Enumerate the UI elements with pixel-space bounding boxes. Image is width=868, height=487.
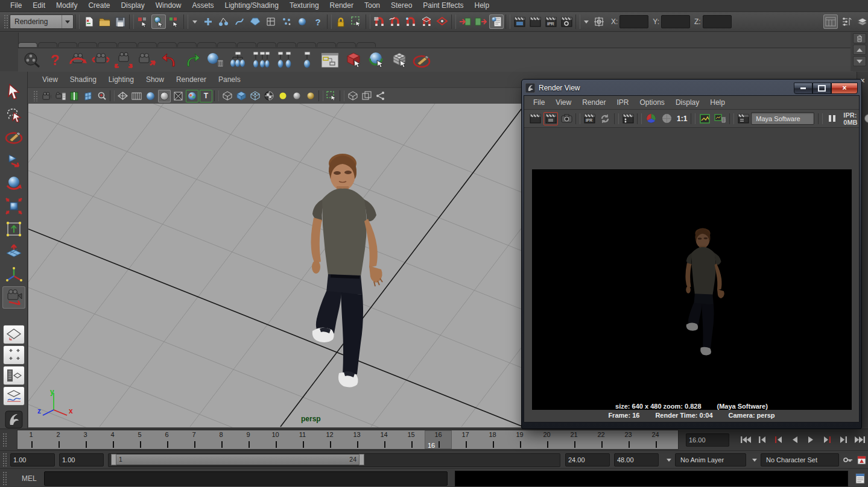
render-view-menu-item[interactable]: Options <box>635 98 670 107</box>
maximize-button[interactable] <box>813 83 831 94</box>
go-to-end-button[interactable] <box>852 433 868 447</box>
attribute-editor-icon[interactable] <box>823 14 838 29</box>
stop-render-icon[interactable] <box>862 112 868 125</box>
render-current-frame-icon[interactable] <box>528 14 542 29</box>
open-render-settings-icon[interactable] <box>736 112 750 125</box>
set-key-icon[interactable] <box>842 453 854 467</box>
node-tree-icon-b[interactable] <box>250 49 273 71</box>
timeline-frame[interactable]: 1616 <box>425 430 452 449</box>
cmdline-grip[interactable] <box>2 471 7 486</box>
select-poly-type-icon[interactable] <box>387 49 410 71</box>
divider[interactable] <box>327 14 332 29</box>
menu-item[interactable]: Stereo <box>385 0 417 11</box>
render-view-menu-item[interactable]: Help <box>705 98 730 107</box>
shelf-tab[interactable] <box>257 42 276 47</box>
make-live-icon[interactable] <box>435 14 449 29</box>
mask-rendering-icon[interactable] <box>295 14 309 29</box>
close-button[interactable]: × <box>831 83 858 94</box>
timeline-frame[interactable]: 22 <box>588 430 615 449</box>
shelf-tab[interactable] <box>356 42 376 47</box>
shelf-tab[interactable] <box>277 42 296 47</box>
range-slider-groove[interactable]: 1 24 <box>108 453 560 467</box>
timeslider-grip[interactable] <box>2 433 7 447</box>
timeline-frame[interactable]: 3 <box>72 430 99 449</box>
menu-set-dropdown[interactable]: Rendering <box>10 14 74 29</box>
share-nodes-icon[interactable] <box>374 90 387 102</box>
divider[interactable] <box>451 14 456 29</box>
snap-plane-icon[interactable] <box>419 14 434 29</box>
bookmark-icon[interactable] <box>68 90 80 102</box>
current-time-field[interactable] <box>686 433 729 447</box>
mel-command-input[interactable] <box>44 471 448 486</box>
remove-image-icon[interactable] <box>713 112 727 125</box>
shelf-tab[interactable] <box>337 42 356 47</box>
camera-dolly-icon[interactable] <box>112 49 135 71</box>
render-region-icon[interactable] <box>621 112 635 125</box>
character-model[interactable] <box>288 148 397 398</box>
panel-menu-item[interactable]: Renderer <box>170 75 212 84</box>
render-frame-icon[interactable] <box>528 112 542 125</box>
mask-misc-icon[interactable]: ? <box>311 14 325 29</box>
shelf-tab[interactable] <box>157 42 177 47</box>
timeline-ruler[interactable]: 1234567891011121314151616171819202122232… <box>17 430 679 450</box>
animation-end-field[interactable] <box>614 453 659 467</box>
menu-item[interactable]: Render <box>325 0 359 11</box>
divider[interactable] <box>366 14 370 29</box>
divider[interactable] <box>129 14 134 29</box>
keep-image-icon[interactable] <box>697 112 712 125</box>
help-question-icon[interactable]: ? <box>43 49 66 71</box>
mask-deformations-icon[interactable] <box>264 14 278 29</box>
shelf-tab[interactable] <box>118 42 137 47</box>
select-hierarchy-icon[interactable] <box>136 14 150 29</box>
smooth-shade-mode-icon[interactable] <box>144 90 157 102</box>
statusline-grip[interactable] <box>4 14 8 29</box>
soft-mod-tool[interactable] <box>2 240 25 263</box>
scale-tool[interactable] <box>2 195 25 217</box>
menu-set-arrow[interactable] <box>62 15 73 28</box>
auto-keyframe-icon[interactable] <box>855 453 867 467</box>
panel-menu-item[interactable]: Shading <box>64 75 103 84</box>
open-scene-icon[interactable] <box>97 14 112 29</box>
timeline-frame[interactable]: 7 <box>180 430 207 449</box>
timeline-frame[interactable]: 11 <box>289 430 316 449</box>
snap-grid-icon[interactable] <box>372 14 387 29</box>
select-surface-type-icon[interactable] <box>364 49 387 71</box>
menu-item[interactable]: Display <box>115 0 150 11</box>
menu-item[interactable]: File <box>5 0 27 11</box>
move-tool[interactable] <box>2 149 25 171</box>
layout-single-pane-button[interactable] <box>3 325 25 344</box>
coord-y-input[interactable] <box>661 15 690 28</box>
shelf-tab[interactable] <box>317 42 336 47</box>
shelf-tab[interactable] <box>197 42 217 47</box>
tool-settings-icon[interactable] <box>839 14 854 29</box>
render-view-menu-item[interactable]: IPR <box>612 98 635 107</box>
play-backwards-button[interactable] <box>787 433 803 447</box>
timeline-frame[interactable]: 23 <box>615 430 642 449</box>
step-forward-key-button[interactable] <box>819 433 835 447</box>
timeline-frame[interactable]: 4 <box>99 430 126 449</box>
menu-item[interactable]: Texturing <box>284 0 325 11</box>
timeline-frame[interactable]: 2 <box>45 430 72 449</box>
menu-item[interactable]: Lighting/Shading <box>219 0 284 11</box>
last-tool-camera[interactable] <box>2 286 25 309</box>
mask-surfaces-icon[interactable] <box>248 14 262 29</box>
timeline-frame[interactable]: 6 <box>153 430 180 449</box>
delete-unused-icon[interactable] <box>204 49 227 71</box>
range-slider-bar[interactable]: 1 24 <box>111 454 364 465</box>
flat-shade-mode-icon[interactable] <box>130 90 143 102</box>
character-set-dropdown-icon[interactable] <box>752 459 757 462</box>
timeline-frame[interactable]: 12 <box>316 430 343 449</box>
show-manipulator-tool[interactable] <box>2 263 25 286</box>
select-object-icon[interactable] <box>151 14 166 29</box>
select-object-type-icon[interactable] <box>341 49 364 71</box>
menu-item[interactable]: Modify <box>51 0 83 11</box>
panel-menu-item[interactable]: View <box>36 75 64 84</box>
shelf-tab[interactable] <box>138 42 157 47</box>
node-tree-icon-d[interactable] <box>296 49 318 71</box>
shelf-tab[interactable] <box>18 42 37 47</box>
menu-item[interactable]: Assets <box>186 0 219 11</box>
menu-item[interactable]: Help <box>469 0 495 11</box>
snap-mode-collapse-icon[interactable] <box>190 14 200 29</box>
render-view-menu-item[interactable]: Display <box>670 98 705 107</box>
divider[interactable] <box>505 14 510 29</box>
